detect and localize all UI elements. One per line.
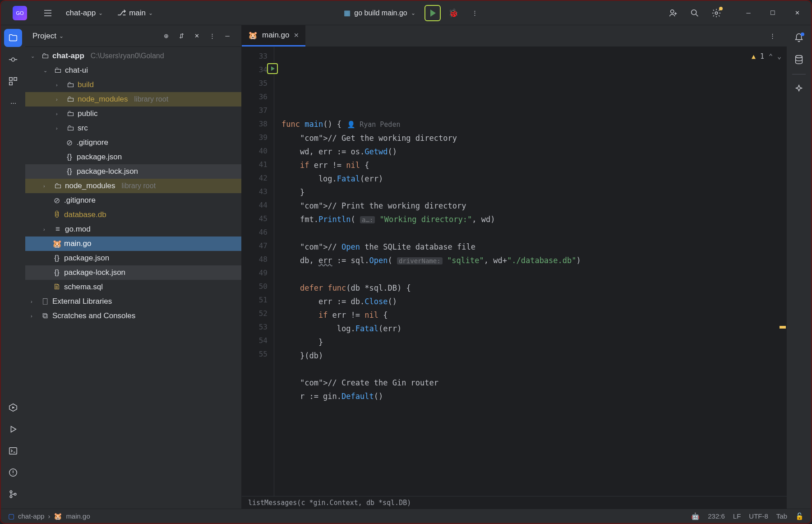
breadcrumb-text: listMessages(c *gin.Context, db *sql.DB) (248, 499, 411, 507)
run-button[interactable] (424, 5, 441, 21)
folder-icon: 🗀 (41, 51, 50, 60)
tree-file-selected[interactable]: 🐹 main.go (25, 236, 241, 251)
tree-folder[interactable]: › 🗀 build (25, 78, 241, 92)
search-button[interactable] (686, 4, 704, 22)
run-tool-button[interactable] (4, 420, 22, 438)
structure-tool-button[interactable] (4, 72, 22, 90)
tree-label: chat-ui (65, 66, 88, 75)
panel-options-button[interactable]: ⋮ (205, 29, 219, 43)
tree-folder[interactable]: › 🗀 src (25, 121, 241, 135)
branch-dropdown[interactable]: ⎇ main ⌄ (112, 5, 158, 20)
commit-tool-button[interactable] (4, 51, 22, 69)
expand-all-button[interactable]: ⇵ (175, 29, 188, 43)
svg-point-0 (671, 9, 674, 13)
branch-name: main (129, 9, 146, 18)
database-icon: 🛢 (52, 210, 61, 219)
project-panel: Project ⌄ ⊕ ⇵ ✕ ⋮ ─ ⌄ 🗀 chat-app C:\User… (25, 25, 242, 509)
line-gutter[interactable]: 3334353637383940414243444546474849505152… (242, 47, 274, 496)
tree-file[interactable]: › ≡ go.mod (25, 222, 241, 236)
tree-label: package-lock.json (77, 167, 138, 176)
folder-icon: 🗀 (66, 124, 75, 133)
json-icon: {} (52, 268, 61, 277)
tree-file[interactable]: ⊘ .gitignore (25, 135, 241, 150)
go-file-icon: 🐹 (52, 239, 61, 249)
svg-rect-6 (9, 82, 12, 85)
settings-button[interactable] (707, 4, 725, 22)
json-icon: {} (65, 167, 74, 176)
tree-external-libraries[interactable]: › ⎕ External Libraries (25, 294, 241, 309)
project-panel-title-dropdown[interactable]: Project ⌄ (32, 32, 64, 41)
tab-label: main.go (262, 31, 289, 40)
tree-file[interactable]: 🗎 schema.sql (25, 280, 241, 294)
code-with-me-button[interactable] (664, 4, 682, 22)
ignore-icon: ⊘ (52, 196, 61, 205)
close-tab-button[interactable]: ✕ (294, 32, 299, 39)
tree-path-hint: C:\Users\ryan0\Goland (91, 52, 164, 60)
tree-folder[interactable]: › 🗀 public (25, 107, 241, 121)
indent-settings[interactable]: Tab (776, 512, 787, 520)
readonly-lock-icon[interactable]: 🔓 (795, 512, 804, 520)
debug-button[interactable]: 🐞 (444, 4, 462, 22)
select-opened-file-button[interactable]: ⊕ (159, 29, 173, 43)
tree-file[interactable]: ⊘ .gitignore (25, 193, 241, 208)
collapse-button[interactable]: ✕ (190, 29, 203, 43)
more-tools-button[interactable]: ⋯ (4, 94, 22, 112)
tree-folder[interactable]: › 🗀 node_modules library root (25, 92, 241, 107)
project-tool-button[interactable] (4, 29, 22, 47)
chevron-right-icon: › (31, 299, 38, 304)
nav-breadcrumb[interactable]: ▢ chat-app › 🐹 main.go (8, 512, 90, 520)
tree-file[interactable]: 🛢 database.db (25, 208, 241, 222)
tree-scratches[interactable]: › ⧉ Scratches and Consoles (25, 309, 241, 323)
editor-tab[interactable]: 🐹 main.go ✕ (242, 25, 305, 46)
editor-breadcrumb[interactable]: listMessages(c *gin.Context, db *sql.DB) (242, 496, 787, 509)
hide-panel-button[interactable]: ─ (221, 29, 234, 43)
svg-point-15 (796, 56, 803, 58)
chevron-right-icon: › (56, 111, 63, 116)
tree-label: package.json (77, 153, 122, 162)
tree-root[interactable]: ⌄ 🗀 chat-app C:\Users\ryan0\Goland (25, 49, 241, 63)
project-dropdown[interactable]: chat-app ⌄ (60, 6, 108, 20)
editor-body[interactable]: 3334353637383940414243444546474849505152… (242, 47, 787, 496)
copilot-icon[interactable]: 🤖 (691, 512, 700, 520)
tree-label: node_modules (65, 181, 115, 190)
editor-tab-bar: 🐹 main.go ✕ ⋮ (242, 25, 787, 47)
ai-assistant-button[interactable] (790, 80, 808, 98)
tree-file[interactable]: {} package-lock.json (25, 164, 241, 179)
tree-file[interactable]: {} package.json (25, 150, 241, 164)
run-config-dropdown[interactable]: ▦ go build main.go ⌄ (338, 6, 420, 20)
minimize-button[interactable]: ─ (738, 4, 759, 22)
branch-icon: ⎇ (117, 8, 126, 18)
vcs-tool-button[interactable] (4, 485, 22, 503)
svg-marker-9 (11, 427, 16, 432)
chevron-right-icon: › (31, 313, 38, 319)
ignore-icon: ⊘ (65, 138, 74, 148)
services-tool-button[interactable] (4, 399, 22, 417)
notifications-button[interactable] (790, 29, 808, 47)
terminal-tool-button[interactable] (4, 442, 22, 460)
hamburger-menu-icon[interactable] (39, 4, 57, 22)
close-button[interactable]: ✕ (787, 4, 807, 22)
tree-file[interactable]: {} package.json (25, 251, 241, 265)
inspection-widget[interactable]: ▲ 1 ⌃ ⌄ (752, 50, 781, 63)
line-separator[interactable]: LF (733, 512, 741, 520)
code-editor[interactable]: ▲ 1 ⌃ ⌄ func main() {👤 Ryan Peden "com">… (274, 47, 787, 496)
chevron-right-icon: › (43, 183, 51, 189)
next-highlight-button[interactable]: ⌄ (777, 50, 781, 63)
tree-file[interactable]: {} package-lock.json (25, 265, 241, 280)
tab-options-button[interactable]: ⋮ (763, 27, 781, 45)
maximize-button[interactable]: ☐ (762, 4, 783, 22)
project-tree[interactable]: ⌄ 🗀 chat-app C:\Users\ryan0\Goland ⌄ 🗀 c… (25, 47, 241, 509)
database-tool-button[interactable] (790, 51, 808, 69)
chevron-right-icon: › (48, 512, 50, 520)
cursor-position[interactable]: 232:6 (708, 512, 725, 520)
problems-tool-button[interactable] (4, 464, 22, 482)
tree-folder[interactable]: › 🗀 node_modules library root (25, 179, 241, 193)
more-actions-button[interactable]: ⋮ (466, 4, 484, 22)
tree-folder[interactable]: ⌄ 🗀 chat-ui (25, 63, 241, 78)
chevron-down-icon: ⌄ (148, 10, 153, 16)
chevron-down-icon: ⌄ (98, 10, 103, 16)
prev-highlight-button[interactable]: ⌃ (769, 50, 773, 63)
error-stripe-marker[interactable] (780, 326, 786, 329)
file-encoding[interactable]: UTF-8 (749, 512, 768, 520)
folder-icon: 🗀 (66, 95, 75, 104)
